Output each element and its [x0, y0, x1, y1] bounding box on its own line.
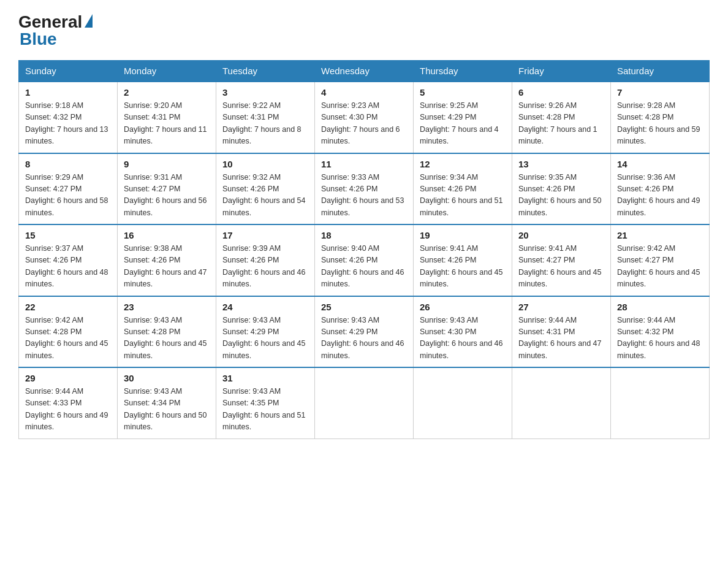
- day-info: Sunrise: 9:20 AMSunset: 4:31 PMDaylight:…: [124, 100, 210, 148]
- header-thursday: Thursday: [414, 61, 512, 82]
- day-number: 31: [222, 373, 308, 383]
- day-cell-30: 30Sunrise: 9:43 AMSunset: 4:34 PMDayligh…: [118, 367, 216, 439]
- day-info: Sunrise: 9:43 AMSunset: 4:30 PMDaylight:…: [420, 315, 506, 362]
- day-info: Sunrise: 9:29 AMSunset: 4:27 PMDaylight:…: [25, 172, 111, 220]
- day-info: Sunrise: 9:25 AMSunset: 4:29 PMDaylight:…: [420, 100, 506, 148]
- logo-triangle-icon: [85, 14, 93, 28]
- day-info: Sunrise: 9:32 AMSunset: 4:26 PMDaylight:…: [222, 172, 308, 220]
- day-cell-28: 28Sunrise: 9:44 AMSunset: 4:32 PMDayligh…: [611, 296, 710, 368]
- day-number: 6: [518, 87, 604, 98]
- day-number: 16: [124, 230, 210, 240]
- day-number: 26: [420, 302, 506, 312]
- week-row-1: 1Sunrise: 9:18 AMSunset: 4:32 PMDaylight…: [19, 82, 710, 153]
- header-tuesday: Tuesday: [216, 61, 315, 82]
- day-number: 1: [25, 87, 111, 98]
- day-info: Sunrise: 9:38 AMSunset: 4:26 PMDaylight:…: [124, 243, 210, 291]
- day-cell-29: 29Sunrise: 9:44 AMSunset: 4:33 PMDayligh…: [19, 367, 118, 439]
- day-info: Sunrise: 9:44 AMSunset: 4:32 PMDaylight:…: [617, 315, 703, 362]
- day-info: Sunrise: 9:40 AMSunset: 4:26 PMDaylight:…: [321, 243, 407, 291]
- day-info: Sunrise: 9:42 AMSunset: 4:27 PMDaylight:…: [617, 243, 703, 291]
- day-number: 2: [124, 87, 210, 98]
- day-cell-18: 18Sunrise: 9:40 AMSunset: 4:26 PMDayligh…: [315, 224, 414, 296]
- day-info: Sunrise: 9:44 AMSunset: 4:31 PMDaylight:…: [518, 315, 604, 362]
- day-cell-3: 3Sunrise: 9:22 AMSunset: 4:31 PMDaylight…: [216, 82, 315, 153]
- day-cell-15: 15Sunrise: 9:37 AMSunset: 4:26 PMDayligh…: [19, 224, 118, 296]
- calendar-table: SundayMondayTuesdayWednesdayThursdayFrid…: [18, 60, 710, 439]
- day-number: 19: [420, 230, 506, 240]
- day-info: Sunrise: 9:18 AMSunset: 4:32 PMDaylight:…: [25, 100, 111, 148]
- day-number: 4: [321, 87, 407, 98]
- day-info: Sunrise: 9:42 AMSunset: 4:28 PMDaylight:…: [25, 315, 111, 362]
- header-sunday: Sunday: [19, 61, 118, 82]
- day-info: Sunrise: 9:44 AMSunset: 4:33 PMDaylight:…: [25, 386, 111, 434]
- header-wednesday: Wednesday: [315, 61, 414, 82]
- week-row-5: 29Sunrise: 9:44 AMSunset: 4:33 PMDayligh…: [19, 367, 710, 439]
- day-number: 23: [124, 302, 210, 312]
- day-info: Sunrise: 9:41 AMSunset: 4:26 PMDaylight:…: [420, 243, 506, 291]
- day-info: Sunrise: 9:28 AMSunset: 4:28 PMDaylight:…: [617, 100, 703, 148]
- day-cell-13: 13Sunrise: 9:35 AMSunset: 4:26 PMDayligh…: [512, 153, 611, 225]
- day-cell-31: 31Sunrise: 9:43 AMSunset: 4:35 PMDayligh…: [216, 367, 315, 439]
- day-cell-11: 11Sunrise: 9:33 AMSunset: 4:26 PMDayligh…: [315, 153, 414, 225]
- day-number: 18: [321, 230, 407, 240]
- day-info: Sunrise: 9:33 AMSunset: 4:26 PMDaylight:…: [321, 172, 407, 220]
- logo: General Blue: [18, 12, 93, 49]
- day-number: 24: [222, 302, 308, 312]
- day-info: Sunrise: 9:31 AMSunset: 4:27 PMDaylight:…: [124, 172, 210, 220]
- day-cell-20: 20Sunrise: 9:41 AMSunset: 4:27 PMDayligh…: [512, 224, 611, 296]
- day-cell-2: 2Sunrise: 9:20 AMSunset: 4:31 PMDaylight…: [118, 82, 216, 153]
- day-cell-14: 14Sunrise: 9:36 AMSunset: 4:26 PMDayligh…: [611, 153, 710, 225]
- day-number: 15: [25, 230, 111, 240]
- day-number: 3: [222, 87, 308, 98]
- day-cell-12: 12Sunrise: 9:34 AMSunset: 4:26 PMDayligh…: [414, 153, 512, 225]
- day-number: 30: [124, 373, 210, 383]
- day-number: 22: [25, 302, 111, 312]
- day-info: Sunrise: 9:26 AMSunset: 4:28 PMDaylight:…: [518, 100, 604, 148]
- day-info: Sunrise: 9:39 AMSunset: 4:26 PMDaylight:…: [222, 243, 308, 291]
- empty-cell: [611, 367, 710, 439]
- day-cell-27: 27Sunrise: 9:44 AMSunset: 4:31 PMDayligh…: [512, 296, 611, 368]
- day-cell-4: 4Sunrise: 9:23 AMSunset: 4:30 PMDaylight…: [315, 82, 414, 153]
- day-number: 27: [518, 302, 604, 312]
- day-cell-8: 8Sunrise: 9:29 AMSunset: 4:27 PMDaylight…: [19, 153, 118, 225]
- day-number: 11: [321, 159, 407, 169]
- day-cell-6: 6Sunrise: 9:26 AMSunset: 4:28 PMDaylight…: [512, 82, 611, 153]
- day-info: Sunrise: 9:43 AMSunset: 4:29 PMDaylight:…: [321, 315, 407, 362]
- day-number: 21: [617, 230, 703, 240]
- day-number: 10: [222, 159, 308, 169]
- day-info: Sunrise: 9:37 AMSunset: 4:26 PMDaylight:…: [25, 243, 111, 291]
- day-number: 5: [420, 87, 506, 98]
- day-info: Sunrise: 9:43 AMSunset: 4:34 PMDaylight:…: [124, 386, 210, 434]
- empty-cell: [414, 367, 512, 439]
- day-info: Sunrise: 9:43 AMSunset: 4:35 PMDaylight:…: [222, 386, 308, 434]
- day-info: Sunrise: 9:34 AMSunset: 4:26 PMDaylight:…: [420, 172, 506, 220]
- day-info: Sunrise: 9:36 AMSunset: 4:26 PMDaylight:…: [617, 172, 703, 220]
- day-number: 9: [124, 159, 210, 169]
- week-row-3: 15Sunrise: 9:37 AMSunset: 4:26 PMDayligh…: [19, 224, 710, 296]
- day-cell-9: 9Sunrise: 9:31 AMSunset: 4:27 PMDaylight…: [118, 153, 216, 225]
- day-number: 25: [321, 302, 407, 312]
- header-monday: Monday: [118, 61, 216, 82]
- day-cell-10: 10Sunrise: 9:32 AMSunset: 4:26 PMDayligh…: [216, 153, 315, 225]
- day-info: Sunrise: 9:22 AMSunset: 4:31 PMDaylight:…: [222, 100, 308, 148]
- day-info: Sunrise: 9:43 AMSunset: 4:29 PMDaylight:…: [222, 315, 308, 362]
- page-header: General Blue: [18, 12, 710, 49]
- day-cell-7: 7Sunrise: 9:28 AMSunset: 4:28 PMDaylight…: [611, 82, 710, 153]
- day-cell-23: 23Sunrise: 9:43 AMSunset: 4:28 PMDayligh…: [118, 296, 216, 368]
- day-cell-24: 24Sunrise: 9:43 AMSunset: 4:29 PMDayligh…: [216, 296, 315, 368]
- empty-cell: [512, 367, 611, 439]
- day-number: 7: [617, 87, 703, 98]
- week-row-2: 8Sunrise: 9:29 AMSunset: 4:27 PMDaylight…: [19, 153, 710, 225]
- week-row-4: 22Sunrise: 9:42 AMSunset: 4:28 PMDayligh…: [19, 296, 710, 368]
- day-cell-1: 1Sunrise: 9:18 AMSunset: 4:32 PMDaylight…: [19, 82, 118, 153]
- empty-cell: [315, 367, 414, 439]
- day-number: 20: [518, 230, 604, 240]
- day-cell-17: 17Sunrise: 9:39 AMSunset: 4:26 PMDayligh…: [216, 224, 315, 296]
- day-number: 13: [518, 159, 604, 169]
- day-info: Sunrise: 9:23 AMSunset: 4:30 PMDaylight:…: [321, 100, 407, 148]
- day-cell-25: 25Sunrise: 9:43 AMSunset: 4:29 PMDayligh…: [315, 296, 414, 368]
- day-cell-26: 26Sunrise: 9:43 AMSunset: 4:30 PMDayligh…: [414, 296, 512, 368]
- day-cell-16: 16Sunrise: 9:38 AMSunset: 4:26 PMDayligh…: [118, 224, 216, 296]
- day-number: 14: [617, 159, 703, 169]
- header-friday: Friday: [512, 61, 611, 82]
